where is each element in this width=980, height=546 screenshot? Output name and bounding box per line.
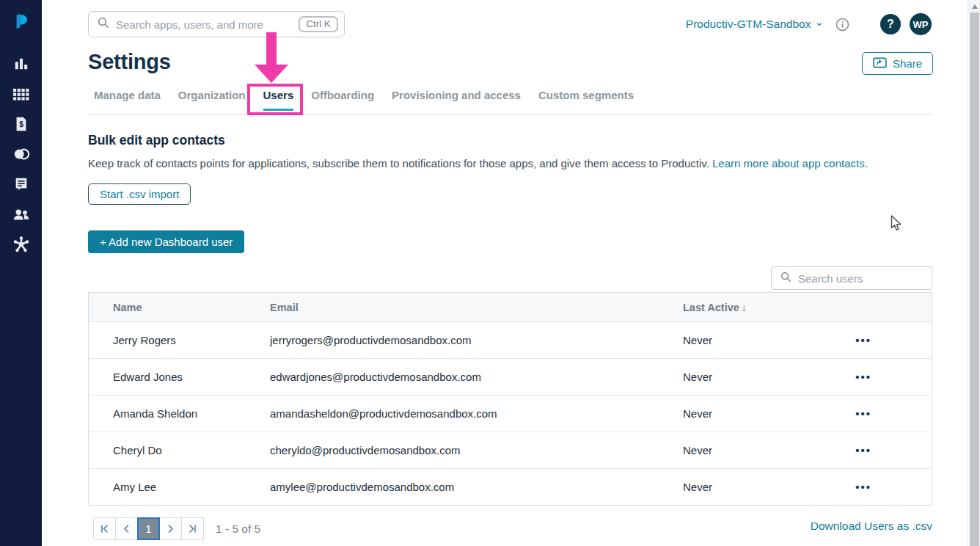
- share-button[interactable]: Share: [862, 52, 933, 75]
- analytics-icon[interactable]: [12, 55, 30, 73]
- contracts-receipt-icon[interactable]: [12, 175, 30, 193]
- user-last-active: Never: [683, 444, 838, 456]
- user-email: cheryldo@productivdemosandbox.com: [270, 444, 683, 456]
- users-search-input[interactable]: [798, 272, 908, 285]
- avatar[interactable]: WP: [910, 13, 932, 35]
- tab-users[interactable]: Users: [263, 89, 294, 111]
- chevron-down-icon: ⌄: [814, 15, 824, 29]
- table-row: Amy Lee amylee@productivdemosandbox.com …: [89, 468, 932, 505]
- scrollbar-thumb[interactable]: [970, 12, 979, 546]
- user-name: Amanda Sheldon: [89, 407, 270, 420]
- user-email: jerryrogers@productivdemosandbox.com: [270, 334, 683, 346]
- user-name: Jerry Rogers: [89, 334, 270, 346]
- tab-provisioning-and-access[interactable]: Provisioning and access: [392, 89, 521, 111]
- org-name-label: Productiv-GTM-Sandbox: [686, 18, 811, 31]
- tab-manage-data[interactable]: Manage data: [94, 89, 161, 111]
- global-search[interactable]: Ctrl K: [88, 11, 345, 37]
- section-heading: Bulk edit app contacts: [88, 133, 225, 148]
- sort-descending-icon: ↓: [742, 302, 747, 313]
- row-menu-icon[interactable]: •••: [855, 481, 871, 493]
- info-icon[interactable]: [835, 18, 849, 32]
- row-menu-icon[interactable]: •••: [855, 444, 871, 456]
- mouse-cursor-icon: [891, 215, 902, 231]
- user-last-active: Never: [683, 334, 838, 346]
- user-last-active: Never: [683, 481, 838, 493]
- settings-tabs: Manage data Organization Users Offboardi…: [94, 89, 634, 111]
- download-users-csv-link[interactable]: Download Users as .csv: [811, 520, 932, 533]
- start-csv-import-button[interactable]: Start .csv import: [88, 183, 191, 205]
- page-title: Settings: [88, 50, 171, 74]
- user-last-active: Never: [683, 371, 838, 383]
- share-label: Share: [893, 57, 922, 70]
- annotation-arrow-icon: [254, 32, 289, 84]
- row-menu-icon[interactable]: •••: [855, 371, 871, 383]
- users-table: Name Email Last Active ↓ Jerry Rogers je…: [88, 292, 932, 506]
- user-name: Edward Jones: [89, 371, 270, 383]
- learn-more-link[interactable]: Learn more about app contacts.: [712, 157, 868, 170]
- table-row: Edward Jones edwardjones@productivdemosa…: [89, 358, 932, 395]
- first-page-button[interactable]: [93, 517, 116, 540]
- tabs-divider: [88, 114, 932, 114]
- vertical-scrollbar[interactable]: [968, 0, 980, 546]
- table-row: Jerry Rogers jerryrogers@productivdemosa…: [89, 321, 932, 358]
- last-active-label: Last Active: [683, 302, 739, 313]
- productiv-logo-icon[interactable]: [12, 12, 30, 29]
- share-icon: [873, 57, 887, 70]
- current-page-button[interactable]: 1: [137, 517, 160, 540]
- table-row: Amanda Sheldon amandasheldon@productivde…: [89, 395, 932, 432]
- user-email: edwardjones@productivdemosandbox.com: [270, 371, 683, 383]
- search-icon: [98, 17, 109, 32]
- column-header-name[interactable]: Name: [89, 302, 270, 313]
- tab-organization[interactable]: Organization: [178, 89, 246, 111]
- help-button[interactable]: ?: [880, 14, 901, 34]
- topbar-right: Productiv-GTM-Sandbox ⌄ ? WP: [686, 13, 932, 35]
- pagination-range-label: 1 - 5 of 5: [216, 523, 260, 536]
- teams-people-icon[interactable]: [12, 205, 30, 223]
- tab-offboarding[interactable]: Offboarding: [311, 89, 374, 111]
- column-header-email[interactable]: Email: [270, 302, 683, 313]
- user-email: amylee@productivdemosandbox.com: [270, 481, 683, 493]
- triangle-up-icon: [972, 4, 978, 9]
- section-description: Keep track of contacts points for applic…: [88, 157, 868, 170]
- column-header-last-active[interactable]: Last Active ↓: [683, 302, 838, 313]
- search-icon: [780, 272, 791, 285]
- user-last-active: Never: [683, 407, 838, 420]
- integrations-hub-icon[interactable]: [12, 236, 30, 253]
- row-menu-icon[interactable]: •••: [855, 407, 871, 420]
- row-menu-icon[interactable]: •••: [855, 334, 871, 346]
- users-search[interactable]: [771, 266, 932, 290]
- pagination: 1 1 - 5 of 5: [93, 517, 260, 540]
- shortcut-badge: Ctrl K: [299, 16, 338, 32]
- org-switcher[interactable]: Productiv-GTM-Sandbox ⌄: [686, 18, 824, 31]
- user-name: Amy Lee: [89, 481, 270, 493]
- description-text: Keep track of contacts points for applic…: [88, 157, 709, 170]
- user-name: Cheryl Do: [89, 444, 270, 456]
- user-email: amandasheldon@productivdemosandbox.com: [270, 407, 683, 420]
- apps-grid-icon[interactable]: [12, 85, 30, 103]
- svg-text:$: $: [19, 120, 23, 128]
- settings-users-page: $: [0, 0, 980, 546]
- global-search-input[interactable]: [116, 18, 299, 31]
- next-page-button[interactable]: [159, 517, 182, 540]
- tab-custom-segments[interactable]: Custom segments: [538, 89, 634, 111]
- spend-document-icon[interactable]: $: [12, 115, 30, 133]
- table-header: Name Email Last Active ↓: [89, 293, 932, 321]
- prev-page-button[interactable]: [115, 517, 138, 540]
- add-dashboard-user-button[interactable]: + Add new Dashboard user: [88, 230, 244, 253]
- scrollbar-up-button[interactable]: [968, 0, 980, 12]
- app-sidebar: $: [0, 0, 42, 546]
- overlap-venn-icon[interactable]: [12, 145, 30, 163]
- last-page-button[interactable]: [181, 517, 204, 540]
- table-row: Cheryl Do cheryldo@productivdemosandbox.…: [89, 432, 932, 468]
